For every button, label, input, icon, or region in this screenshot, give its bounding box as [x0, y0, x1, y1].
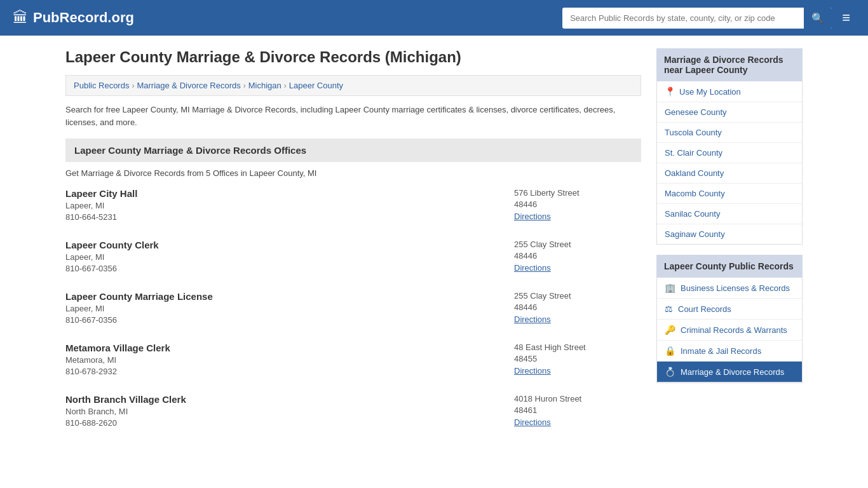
use-location-link[interactable]: 📍 Use My Location [657, 81, 802, 102]
record-label: Inmate & Jail Records [681, 346, 761, 356]
nearby-box: Marriage & Divorce Records near Lapeer C… [656, 48, 803, 245]
office-street: 255 Clay Street [514, 291, 641, 301]
public-record-link[interactable]: 🔒Inmate & Jail Records [657, 341, 802, 362]
office-phone: 810-667-0356 [65, 264, 514, 273]
search-bar: 🔍 [562, 8, 832, 29]
directions-link[interactable]: Directions [514, 366, 551, 376]
office-name: North Branch Village Clerk [65, 394, 514, 405]
search-button[interactable]: 🔍 [804, 8, 832, 29]
office-name: Metamora Village Clerk [65, 342, 514, 353]
menu-button[interactable]: ≡ [837, 7, 855, 29]
sidebar: Marriage & Divorce Records near Lapeer C… [656, 48, 803, 445]
location-pin-icon: 📍 [665, 86, 675, 97]
office-left: Lapeer City Hall Lapeer, MI 810-664-5231 [65, 188, 514, 222]
public-record-link[interactable]: 🔑Criminal Records & Warrants [657, 320, 802, 341]
nearby-county-link[interactable]: Genesee County [657, 102, 802, 123]
record-label: Court Records [678, 304, 731, 314]
search-input[interactable] [562, 9, 804, 27]
office-right: 255 Clay Street 48446 Directions [514, 291, 641, 325]
nearby-county-link[interactable]: Sanilac County [657, 204, 802, 224]
office-left: Metamora Village Clerk Metamora, MI 810-… [65, 342, 514, 376]
record-icon: 💍 [665, 367, 675, 377]
office-city: Lapeer, MI [65, 252, 514, 262]
record-icon: 🏢 [665, 283, 675, 293]
office-street: 4018 Huron Street [514, 394, 641, 403]
office-entry: Metamora Village Clerk Metamora, MI 810-… [65, 342, 641, 379]
site-header: 🏛 PubRecord.org 🔍 ≡ [0, 0, 868, 36]
office-name: Lapeer County Clerk [65, 240, 514, 250]
office-city: Lapeer, MI [65, 201, 514, 210]
office-phone: 810-688-2620 [65, 418, 514, 428]
office-left: Lapeer County Marriage License Lapeer, M… [65, 291, 514, 325]
search-icon: 🔍 [811, 13, 824, 24]
nearby-county-link[interactable]: Tuscola County [657, 123, 802, 143]
public-records-list: 🏢Business Licenses & Records⚖Court Recor… [656, 278, 803, 383]
nearby-county-link[interactable]: Oakland County [657, 163, 802, 184]
office-city: Metamora, MI [65, 355, 514, 365]
record-icon: ⚖ [665, 304, 673, 314]
breadcrumb-public-records[interactable]: Public Records [74, 81, 129, 90]
nearby-county-link[interactable]: Macomb County [657, 184, 802, 204]
office-street: 255 Clay Street [514, 240, 641, 249]
offices-count: Get Marriage & Divorce Records from 5 Of… [65, 168, 641, 178]
office-street: 576 Liberty Street [514, 188, 641, 198]
public-records-box: Lapeer County Public Records 🏢Business L… [656, 255, 803, 383]
directions-link[interactable]: Directions [514, 315, 551, 324]
breadcrumb-marriage-divorce[interactable]: Marriage & Divorce Records [137, 81, 240, 90]
office-name: Lapeer City Hall [65, 188, 514, 199]
office-zip: 48446 [514, 200, 641, 209]
nearby-county-link[interactable]: St. Clair County [657, 143, 802, 163]
nearby-list: 📍 Use My Location Genesee CountyTuscola … [656, 81, 803, 245]
directions-link[interactable]: Directions [514, 212, 551, 221]
office-zip: 48446 [514, 251, 641, 261]
section-header: Lapeer County Marriage & Divorce Records… [65, 139, 641, 162]
office-phone: 810-678-2932 [65, 367, 514, 376]
menu-icon: ≡ [842, 10, 850, 25]
office-right: 48 East High Street 48455 Directions [514, 342, 641, 376]
header-right: 🔍 ≡ [562, 7, 855, 29]
office-right: 255 Clay Street 48446 Directions [514, 240, 641, 273]
logo-area: 🏛 PubRecord.org [13, 9, 134, 27]
nearby-header: Marriage & Divorce Records near Lapeer C… [656, 48, 803, 81]
nearby-county-link[interactable]: Saginaw County [657, 224, 802, 244]
public-record-link[interactable]: 💍Marriage & Divorce Records [657, 362, 802, 383]
record-icon: 🔒 [665, 346, 675, 356]
office-entry: Lapeer County Marriage License Lapeer, M… [65, 291, 641, 327]
public-record-link[interactable]: ⚖Court Records [657, 299, 802, 320]
logo-icon: 🏛 [13, 9, 28, 27]
office-entry: Lapeer County Clerk Lapeer, MI 810-667-0… [65, 240, 641, 276]
content-area: Lapeer County Marriage & Divorce Records… [65, 48, 641, 445]
office-city: North Branch, MI [65, 407, 514, 416]
record-label: Business Licenses & Records [681, 283, 790, 293]
office-left: Lapeer County Clerk Lapeer, MI 810-667-0… [65, 240, 514, 273]
office-zip: 48446 [514, 302, 641, 312]
breadcrumb-lapeer-county[interactable]: Lapeer County [289, 81, 343, 90]
use-location-label: Use My Location [679, 87, 741, 97]
breadcrumb: Public Records › Marriage & Divorce Reco… [65, 75, 641, 96]
directions-link[interactable]: Directions [514, 417, 551, 427]
office-phone: 810-667-0356 [65, 315, 514, 325]
record-icon: 🔑 [665, 325, 675, 335]
office-phone: 810-664-5231 [65, 212, 514, 222]
breadcrumb-michigan[interactable]: Michigan [248, 81, 281, 90]
nearby-counties: Genesee CountyTuscola CountySt. Clair Co… [657, 102, 802, 244]
public-records-header: Lapeer County Public Records [656, 255, 803, 278]
office-entry: Lapeer City Hall Lapeer, MI 810-664-5231… [65, 188, 641, 224]
public-record-link[interactable]: 🏢Business Licenses & Records [657, 278, 802, 299]
office-left: North Branch Village Clerk North Branch,… [65, 394, 514, 428]
office-zip: 48461 [514, 405, 641, 415]
office-zip: 48455 [514, 354, 641, 363]
main-container: Lapeer County Marriage & Divorce Records… [53, 36, 815, 458]
record-label: Criminal Records & Warrants [681, 325, 787, 335]
office-city: Lapeer, MI [65, 304, 514, 313]
office-street: 48 East High Street [514, 342, 641, 352]
office-name: Lapeer County Marriage License [65, 291, 514, 302]
office-right: 576 Liberty Street 48446 Directions [514, 188, 641, 222]
record-label: Marriage & Divorce Records [681, 367, 784, 377]
logo-text: PubRecord.org [33, 10, 134, 26]
offices-container: Lapeer City Hall Lapeer, MI 810-664-5231… [65, 188, 641, 430]
directions-link[interactable]: Directions [514, 263, 551, 273]
office-right: 4018 Huron Street 48461 Directions [514, 394, 641, 428]
page-title: Lapeer County Marriage & Divorce Records… [65, 48, 641, 66]
page-description: Search for free Lapeer County, MI Marria… [65, 104, 641, 128]
